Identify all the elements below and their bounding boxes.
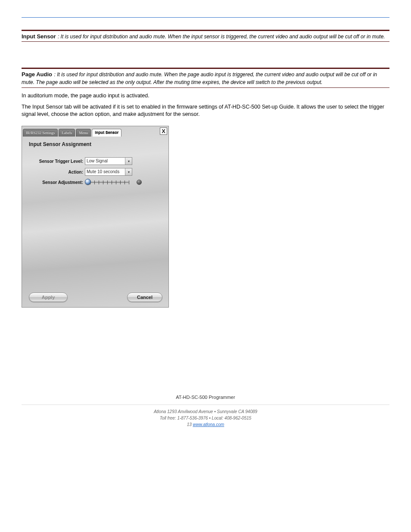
chevron-down-icon: ▾ [125, 168, 132, 175]
apply-button[interactable]: Apply [29, 292, 68, 302]
tab-label: Input Sensor [95, 131, 118, 135]
section-title-page-audio: Page Audio [22, 71, 52, 78]
tab-ir-rs232-settings[interactable]: IR/RS232 Settings [23, 129, 58, 137]
section-input-sensor: Input Sensor : It is used for input dist… [22, 30, 389, 42]
footer-link[interactable]: www.atlona.com [193, 422, 224, 427]
maroon-rule-bot-2 [22, 87, 389, 88]
button-label: Apply [42, 295, 55, 300]
page-footer: AT-HD-SC-500 Programmer Atlona 1293 Anvi… [22, 394, 389, 428]
section-desc-input-sensor: It is used for input distribution and au… [61, 34, 385, 40]
tab-input-sensor[interactable]: Input Sensor [92, 129, 121, 137]
top-blue-rule [22, 17, 389, 18]
slider-tick [112, 180, 112, 184]
slider-tick [116, 180, 116, 184]
slider-tick [99, 180, 99, 184]
footer-phone: Toll free: 1-877-536-3976 • Local: 408-9… [22, 415, 389, 421]
combo-value: Mute 10 seconds [87, 169, 119, 174]
slider-tick [120, 180, 121, 184]
slider-tick [125, 180, 125, 184]
section-page-audio: Page Audio : It is used for input distri… [22, 68, 389, 87]
combo-value: Low Signal [87, 159, 108, 163]
close-icon: X [162, 128, 165, 134]
tab-menu[interactable]: Menu [76, 129, 91, 137]
slider-sensor-adjustment[interactable] [85, 179, 132, 186]
tab-label: IR/RS232 Settings [26, 131, 55, 135]
slider-tick [94, 180, 95, 184]
footer-product: AT-HD-SC-500 Programmer [22, 394, 389, 401]
tab-labels[interactable]: Labels [59, 129, 75, 137]
section-desc-page-audio: It is used for input distribution and au… [22, 72, 377, 85]
combo-action[interactable]: Mute 10 seconds ▾ [85, 168, 132, 176]
screenshot-input-sensor-tab: IR/RS232 Settings Labels Menu Input Sens… [22, 126, 169, 308]
maroon-rule-bot-1 [22, 41, 389, 42]
combo-sensor-trigger-level[interactable]: Low Signal ▾ [85, 157, 132, 165]
panel-title: Input Sensor Assignment [29, 141, 91, 147]
tab-label: Labels [62, 131, 72, 135]
label-action: Action: [22, 170, 83, 174]
label-sensor-trigger-level: Sensor Trigger Level: [22, 159, 83, 164]
chevron-down-icon: ▾ [125, 158, 132, 165]
slider-tick [103, 180, 103, 184]
tab-bar: IR/RS232 Settings Labels Menu Input Sens… [23, 127, 168, 137]
tab-label: Menu [79, 131, 88, 135]
slider-tick [107, 180, 108, 184]
close-button[interactable]: X [160, 128, 167, 135]
footer-address: Atlona 1293 Anvilwood Avenue • Sunnyvale… [22, 408, 389, 415]
cancel-button[interactable]: Cancel [127, 292, 162, 302]
footer-rule [22, 404, 389, 405]
section-title-input-sensor: Input Sensor [22, 33, 56, 40]
label-sensor-adjustment: Sensor Adjustment: [22, 180, 83, 185]
paragraph-auditorium: In auditorium mode, the page audio input… [22, 92, 389, 100]
paragraph-input-sensor-tab: The Input Sensor tab will be activated i… [22, 103, 389, 118]
button-label: Cancel [137, 295, 153, 300]
sensor-led-icon [137, 180, 142, 185]
slider-tick [129, 180, 129, 184]
